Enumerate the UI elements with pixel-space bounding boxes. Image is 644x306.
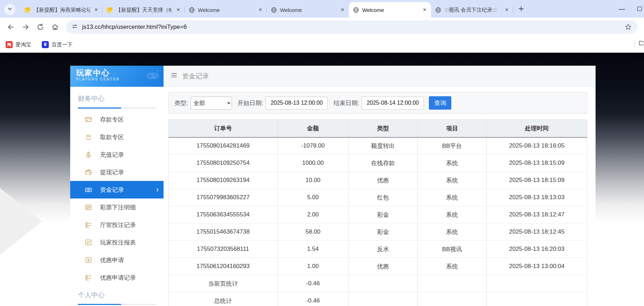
table-cell: 红包 [348,189,418,206]
sidebar-item-label: 充值记录 [100,151,124,159]
tab-close-icon[interactable]: × [258,6,263,13]
tab-active[interactable]: Welcome× [349,2,431,18]
globe-favicon-icon [271,7,277,13]
chevron-right-icon: › [156,187,159,193]
table-cell: 彩金 [348,223,418,241]
page-background: 玩家中心 PLAYERS CENTER 财务中心 存款专区›取款专区›充值记录›… [0,53,644,306]
tab-close-icon[interactable]: × [93,6,99,13]
table-cell: 系统 [418,206,487,223]
sidebar-item-list-check[interactable]: 优惠申请记录› [70,269,164,286]
table-cell: BB平台 [418,137,487,155]
tab[interactable]: Welcome× [185,2,267,18]
bookmark-baidu[interactable]: 百度一下 [42,41,73,48]
site-settings-icon[interactable] [72,23,78,31]
start-date-input[interactable] [265,97,328,110]
table-cell: 额度转出 [348,137,418,155]
funds-record-table: 订单号金额类型项目处理时间 1755080164281469-1078.00额度… [168,119,587,306]
bookmark-taobao[interactable]: 淘 爱淘宝 [6,41,31,48]
bookmark-label: 百度一下 [52,41,73,48]
background-triangle-decoration [0,188,42,255]
table-cell: 1.00 [277,258,348,275]
table-cell: 2025-08-13 18:15:09 [486,155,587,172]
table-cell: 1755061204160293 [169,258,278,275]
player-center-sidebar: 玩家中心 PLAYERS CENTER 财务中心 存款专区›取款专区›充值记录›… [70,66,164,306]
bookmark-star-icon[interactable] [624,23,632,31]
page-title: 资金记录 [182,72,209,81]
browser-toolbar: js13.cc/hhcp/usercenter.html?iniType=6 [0,18,644,37]
sidebar-item-label: 玩家投注报表 [100,239,136,247]
tab-close-icon[interactable]: × [504,6,510,13]
table-cell: 5.00 [277,189,348,206]
sidebar-item-label: 优惠申请记录 [100,274,136,282]
other-bookmarks-folder-icon[interactable] [638,39,644,48]
address-bar[interactable]: js13.cc/hhcp/usercenter.html?iniType=6 [66,20,638,34]
tab-close-icon[interactable]: × [422,6,427,13]
tab-search-button[interactable] [4,4,15,15]
tabs-container: 【新提醒】海燕策略论坛综×【新提醒】天天竞猜（8月×Welcome×Welcom… [20,0,513,18]
sidebar-item-wallet[interactable]: 提现记录› [70,163,164,181]
table-cell: 系统 [418,155,487,172]
table-cell: 系统 [418,189,487,206]
hamburger-menu-icon[interactable] [171,72,178,80]
baidu-paw-icon [42,41,49,48]
column-header: 订单号 [169,120,278,137]
table-cell: BB视讯 [418,241,487,258]
sidebar-item-chart[interactable]: 玩家投注报表› [70,234,164,251]
window-minimize-button[interactable]: — [614,0,630,18]
section-divider [78,304,157,305]
table-cell: 反水 [348,241,418,258]
filter-bar: 类型: 全部 开始日期: 结束日期: 查询 [168,92,587,114]
table-cell: 2025-08-13 13:00:04 [486,258,587,275]
sidebar-item-list-check[interactable]: 厅室投注记录› [70,216,164,234]
globe-favicon-icon [435,7,441,13]
table-cell: 2025-08-13 18:13:03 [486,189,587,206]
tab[interactable]: :::视讯 会员下注纪录:::× [431,2,513,18]
table-cell: 优惠 [348,258,418,275]
browser-tab-strip: 【新提醒】海燕策略论坛综×【新提醒】天天竞猜（8月×Welcome×Welcom… [0,0,644,18]
gamepad-icon [145,68,161,85]
forward-button[interactable] [18,20,33,34]
tab-title: Welcome [362,7,419,13]
tab[interactable]: 【新提醒】天天竞猜（8月× [102,2,185,18]
new-tab-button[interactable] [516,4,526,15]
sidebar-item-moneybag[interactable]: 充值记录› [70,146,164,163]
end-date-input[interactable] [361,97,424,110]
tab[interactable]: 【新提醒】海燕策略论坛综× [20,2,102,18]
table-cell: 2025-08-13 18:15:09 [486,172,587,189]
table-row: 当前页统计-0.46 [169,275,587,292]
coupon-icon [85,256,92,263]
bookmarks-divider [635,40,635,47]
bookmarks-bar: 淘 爱淘宝 百度一下 [0,37,644,53]
url-text[interactable]: js13.cc/hhcp/usercenter.html?iniType=6 [82,24,624,31]
window-maximize-button[interactable] [631,0,644,18]
sidebar-item-coupon[interactable]: 优惠申请› [70,251,164,269]
sidebar-item-deposit-card[interactable]: 存款专区› [70,111,164,128]
moneybag-icon [85,151,92,158]
table-cell [348,275,418,292]
back-button[interactable] [4,20,18,34]
sidebar-item-withdraw-hand[interactable]: 取款专区› [70,128,164,146]
search-button[interactable]: 查询 [429,96,451,110]
home-button[interactable] [48,20,62,34]
type-label: 类型: [174,99,188,107]
table-cell [418,292,487,306]
sidebar-item-label: 存款专区 [100,116,124,124]
reload-button[interactable] [33,20,48,34]
table-cell: 彩金 [348,206,418,223]
table-cell: 系统 [418,172,487,189]
table-cell: 2025-08-13 18:16:05 [486,137,587,155]
table-cell: 2025-08-13 18:12:47 [486,206,587,223]
sidebar-menu: 存款专区›取款专区›充值记录›提现记录›资金记录›彩票下注明细›厅室投注记录›玩… [70,111,164,286]
sidebar-item-list[interactable]: 彩票下注明细› [70,198,164,216]
type-select[interactable]: 全部 [191,97,232,110]
tab-close-icon[interactable]: × [175,6,181,13]
tab-close-icon[interactable]: × [340,6,345,13]
table-row: 17550799836052275.00红包系统2025-08-13 18:13… [169,189,587,206]
sidebar-item-funds[interactable]: 资金记录› [70,181,164,198]
sidebar-item-label: 提现记录 [100,168,124,176]
table-cell: 在线存款 [348,155,418,172]
tab[interactable]: Welcome× [267,2,349,18]
chart-icon [85,239,92,246]
column-header: 处理时间 [486,120,587,137]
table-row: 17550636345555342.00彩金系统2025-08-13 18:12… [169,206,587,223]
